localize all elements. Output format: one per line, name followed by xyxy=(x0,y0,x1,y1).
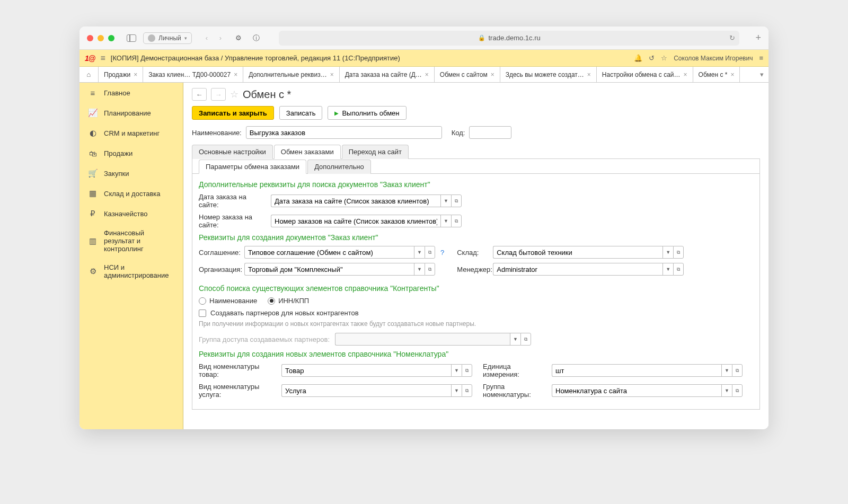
doc-tab[interactable]: Здесь вы можете создат…× xyxy=(500,67,597,82)
star-icon[interactable]: ☆ xyxy=(661,54,667,62)
sub-tab[interactable]: Параметры обмена заказами xyxy=(199,160,306,174)
sidebar-item[interactable]: ▦Склад и доставка xyxy=(80,183,183,204)
main-tab[interactable]: Основные настройки xyxy=(192,145,273,159)
username: Соколов Максим Игоревич xyxy=(674,55,753,62)
open-icon[interactable]: ⧉ xyxy=(451,194,462,207)
doc-tab[interactable]: Обмен с сайтом× xyxy=(435,67,500,82)
reload-icon[interactable]: ↻ xyxy=(729,34,735,42)
nav-forward[interactable]: › xyxy=(214,32,227,45)
settings-icon[interactable]: ⚙ xyxy=(232,32,245,45)
unit-label: Единица измерения: xyxy=(483,362,549,378)
dropdown-icon[interactable]: ▼ xyxy=(721,384,732,397)
tab-close-icon[interactable]: × xyxy=(425,71,429,78)
dropdown-icon[interactable]: ▼ xyxy=(414,246,425,259)
tab-close-icon[interactable]: × xyxy=(491,71,494,78)
save-button[interactable]: Записать xyxy=(279,106,323,120)
dropdown-icon[interactable]: ▼ xyxy=(451,364,462,377)
page-back-button[interactable]: ← xyxy=(192,88,207,101)
tab-close-icon[interactable]: × xyxy=(234,71,237,78)
settings-menu-icon[interactable]: ≡ xyxy=(759,54,763,62)
sub-tab[interactable]: Дополнительно xyxy=(307,160,371,174)
radio-name[interactable]: Наименование xyxy=(199,297,257,305)
sidebar-item[interactable]: ₽Казначейство xyxy=(80,204,183,224)
main-tab[interactable]: Переход на сайт xyxy=(342,145,409,159)
close-window-button[interactable] xyxy=(87,35,93,41)
open-icon[interactable]: ⧉ xyxy=(673,263,684,276)
sidebar-item[interactable]: ◐CRM и маркетинг xyxy=(80,123,183,143)
tab-close-icon[interactable]: × xyxy=(587,71,591,78)
run-exchange-button[interactable]: Выполнить обмен xyxy=(328,106,406,120)
dropdown-icon[interactable]: ▼ xyxy=(662,246,673,259)
date-input[interactable] xyxy=(271,194,440,207)
dropdown-icon[interactable]: ▼ xyxy=(440,194,451,207)
dropdown-icon[interactable]: ▼ xyxy=(662,263,673,276)
num-input[interactable] xyxy=(271,215,440,227)
dropdown-icon[interactable]: ▼ xyxy=(440,215,451,227)
sidebar-item[interactable]: ▥Финансовый результат и контроллинг xyxy=(80,224,183,258)
open-icon[interactable]: ⧉ xyxy=(451,215,462,227)
create-partners-checkbox[interactable] xyxy=(199,310,206,317)
code-input[interactable] xyxy=(469,126,511,139)
tabs-overflow[interactable]: ▾ xyxy=(755,67,768,82)
sidebar-item-label: Казначейство xyxy=(104,210,147,218)
history-icon[interactable]: ↺ xyxy=(649,54,655,62)
radio-inn[interactable]: ИНН/КПП xyxy=(268,297,309,305)
new-tab-button[interactable]: + xyxy=(755,32,761,43)
tab-close-icon[interactable]: × xyxy=(684,71,687,78)
nom-group-input[interactable] xyxy=(552,384,721,397)
sidebar-item[interactable]: 🛒Закупки xyxy=(80,163,183,183)
info-icon[interactable]: ⓘ xyxy=(250,32,263,45)
mgr-input[interactable] xyxy=(493,263,662,276)
tab-close-icon[interactable]: × xyxy=(134,71,137,78)
sidebar-toggle[interactable] xyxy=(125,32,138,45)
agree-input[interactable] xyxy=(244,246,414,259)
open-icon[interactable]: ⧉ xyxy=(425,263,435,276)
doc-tab[interactable]: Дата заказа на сайте (Д…× xyxy=(340,67,435,82)
maximize-window-button[interactable] xyxy=(108,35,114,41)
profile-chip[interactable]: Личный▾ xyxy=(143,32,192,44)
help-icon[interactable]: ? xyxy=(440,249,444,257)
sklad-input[interactable] xyxy=(493,246,662,259)
save-close-button[interactable]: Записать и закрыть xyxy=(192,106,274,120)
favorite-icon[interactable]: ☆ xyxy=(230,89,238,100)
tab-close-icon[interactable]: × xyxy=(730,71,734,78)
bell-icon[interactable]: 🔔 xyxy=(634,54,642,62)
doc-tab[interactable]: Настройки обмена с сай…× xyxy=(597,67,693,82)
doc-tab[interactable]: Обмен с *× xyxy=(693,67,740,82)
page-forward-button[interactable]: → xyxy=(211,88,226,101)
open-icon[interactable]: ⧉ xyxy=(425,246,435,259)
dropdown-icon[interactable]: ▼ xyxy=(721,364,732,377)
type-goods-input[interactable] xyxy=(281,364,451,377)
org-input[interactable] xyxy=(244,263,414,276)
dropdown-icon[interactable]: ▼ xyxy=(414,263,425,276)
open-icon[interactable]: ⧉ xyxy=(673,246,684,259)
doc-tab[interactable]: Продажи× xyxy=(99,67,143,82)
group-input xyxy=(335,333,510,346)
doc-tab[interactable]: Дополнительные реквиз…× xyxy=(243,67,340,82)
name-input[interactable] xyxy=(246,126,442,139)
unit-input[interactable] xyxy=(552,364,721,377)
open-icon[interactable]: ⧉ xyxy=(732,384,743,397)
sidebar-item[interactable]: ≡Главное xyxy=(80,83,183,103)
menu-icon[interactable]: ≡ xyxy=(100,54,105,63)
home-tab[interactable]: ⌂ xyxy=(80,67,99,82)
minimize-window-button[interactable] xyxy=(98,35,104,41)
sidebar-item[interactable]: 📈Планирование xyxy=(80,103,183,123)
open-icon[interactable]: ⧉ xyxy=(462,384,472,397)
traffic-lights xyxy=(87,35,114,41)
sidebar: ≡Главное📈Планирование◐CRM и маркетинг🛍Пр… xyxy=(80,83,183,429)
tab-close-icon[interactable]: × xyxy=(330,71,334,78)
open-icon[interactable]: ⧉ xyxy=(732,364,743,377)
dropdown-icon[interactable]: ▼ xyxy=(451,384,462,397)
browser-window: Личный▾ ‹ › ⚙ ⓘ 🔒 trade.demo.1c.ru ↻ + 1… xyxy=(80,26,768,429)
sidebar-item-label: Склад и доставка xyxy=(104,190,161,198)
url-bar[interactable]: 🔒 trade.demo.1c.ru ↻ xyxy=(279,31,740,46)
nav-back[interactable]: ‹ xyxy=(200,32,213,45)
open-icon[interactable]: ⧉ xyxy=(462,364,472,377)
doc-tab[interactable]: Заказ клиен… ТД00-000027× xyxy=(143,67,243,82)
sidebar-item[interactable]: ⚙НСИ и администрирование xyxy=(80,258,183,285)
main-tab[interactable]: Обмен заказами xyxy=(274,145,341,159)
type-serv-input[interactable] xyxy=(281,384,451,397)
date-label: Дата заказа на сайте: xyxy=(199,193,268,209)
sidebar-item[interactable]: 🛍Продажи xyxy=(80,143,183,163)
